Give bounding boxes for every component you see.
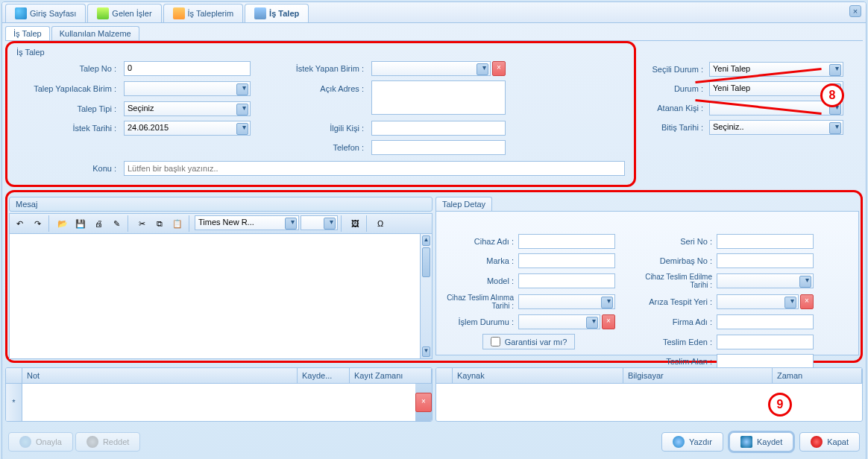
fieldset-title: İş Talep: [16, 48, 625, 57]
grid-row[interactable]: [436, 384, 862, 421]
label-marka: Marka :: [442, 256, 517, 265]
col-zaman[interactable]: Zaman: [773, 368, 862, 383]
talep-birim-select[interactable]: [124, 81, 251, 96]
scroll-down-icon[interactable]: ▼: [422, 346, 430, 357]
cihaz-adi-input[interactable]: [518, 234, 615, 249]
label-talep-birim: Talep Yapılacak Birim :: [16, 84, 121, 93]
reddet-button[interactable]: Reddet: [75, 432, 140, 452]
check-icon: [19, 436, 31, 448]
editor-area[interactable]: ▲ ▼: [9, 234, 433, 359]
job-icon: [254, 7, 266, 19]
garanti-checkbox[interactable]: Garantisi var mı?: [482, 334, 576, 349]
symbol-button[interactable]: Ω: [372, 215, 389, 232]
bitis-tarihi-select[interactable]: Seçiniz..: [709, 120, 843, 135]
redo-button[interactable]: ↷: [29, 215, 45, 232]
label-secili-durum: Seçili Durum :: [639, 65, 706, 74]
label-islem-durumu: İşlem Durumu :: [442, 317, 517, 326]
main-tabs: Giriş Sayfası Gelen İşler İş Taleplerim …: [2, 2, 866, 23]
sub-tabs: İş Talep Kullanılan Malzeme: [5, 26, 863, 41]
label-konu: Konu :: [16, 164, 121, 173]
teslim-eden-input[interactable]: [717, 335, 814, 349]
model-input[interactable]: [518, 273, 615, 288]
fieldset-is-talep: İş Talep Talep No : 0 İstek Yapan Birim …: [10, 46, 631, 182]
requests-icon: [173, 7, 185, 19]
minus-icon: [87, 436, 98, 448]
close-panel-button[interactable]: ×: [849, 5, 861, 17]
open-button[interactable]: 📂: [54, 215, 71, 232]
label-istek-tarihi: İstek Tarihi :: [16, 124, 121, 133]
ariza-yeri-select[interactable]: [717, 294, 799, 309]
telefon-input[interactable]: [371, 140, 506, 155]
panel-talep-detay-tab[interactable]: Talep Detay: [435, 197, 492, 211]
edit-button[interactable]: ✎: [108, 215, 125, 232]
label-teslim-edilme: Cihaz Teslim Edilme Tarihi :: [633, 273, 715, 289]
tab-is-taleplerim[interactable]: İş Taleplerim: [163, 4, 244, 22]
col-kaynak[interactable]: Kaynak: [453, 368, 623, 383]
panel-mesaj-header: Mesaj: [9, 197, 433, 212]
tab-home[interactable]: Giriş Sayfası: [5, 4, 86, 22]
kapat-button[interactable]: Kapat: [799, 432, 860, 452]
clear-islem-durumu-button[interactable]: ×: [602, 314, 615, 329]
home-icon: [15, 7, 27, 19]
subtab-kullanilan-malzeme[interactable]: Kullanılan Malzeme: [51, 26, 139, 40]
save-button[interactable]: 💾: [72, 215, 89, 232]
talep-tipi-select[interactable]: Seçiniz: [124, 101, 251, 116]
print-icon: [673, 436, 685, 448]
konu-input[interactable]: [124, 161, 625, 176]
teslim-edilme-date[interactable]: [717, 273, 814, 288]
scroll-thumb[interactable]: [422, 247, 430, 277]
firma-adi-input[interactable]: [717, 314, 814, 329]
label-demirbas-no: Demirbaş No :: [633, 256, 715, 265]
inbox-icon: [97, 7, 109, 19]
label-istek-birim: İstek Yapan Birim :: [279, 64, 368, 73]
editor-scrollbar[interactable]: ▲ ▼: [420, 234, 432, 358]
label-cihaz-adi: Cihaz Adı :: [442, 237, 517, 246]
teslim-alinma-date[interactable]: [518, 294, 615, 309]
callout-8: 8: [820, 83, 844, 107]
clear-ariza-yeri-button[interactable]: ×: [800, 294, 814, 309]
undo-button[interactable]: ↶: [11, 215, 28, 232]
tab-is-talep[interactable]: İş Talep: [245, 4, 309, 22]
font-size-select[interactable]: [301, 215, 338, 230]
label-ariza-yeri: Arıza Tespit Yeri :: [633, 297, 715, 306]
col-not[interactable]: Not: [22, 368, 298, 383]
label-talep-no: Talep No :: [16, 64, 121, 73]
teslim-alan-input[interactable]: [717, 354, 814, 369]
label-atanan-kisi: Atanan Kişi :: [639, 104, 706, 113]
scroll-up-icon[interactable]: ▲: [422, 235, 430, 246]
islem-durumu-select[interactable]: [518, 314, 600, 329]
cut-button[interactable]: ✂: [133, 215, 150, 232]
tab-gelen-isler[interactable]: Gelen İşler: [87, 4, 161, 22]
label-bitis-tarihi: Bitiş Tarihi :: [639, 123, 706, 132]
kaydet-button[interactable]: Kaydet: [728, 431, 795, 453]
col-kayit-zamani[interactable]: Kayıt Zamanı: [350, 368, 432, 383]
demirbas-no-input[interactable]: [717, 253, 814, 268]
istek-birim-select[interactable]: [371, 61, 491, 76]
col-bilgisayar[interactable]: Bilgisayar: [623, 368, 773, 383]
ilgili-kisi-input[interactable]: [371, 121, 506, 136]
clear-istek-birim-button[interactable]: ×: [492, 61, 506, 76]
label-teslim-alinma: Cihaz Teslim Alınma Tarihi :: [442, 294, 517, 310]
content: İş Talep Kullanılan Malzeme İş Talep Tal…: [2, 23, 866, 459]
talep-no-input[interactable]: 0: [124, 61, 251, 76]
label-telefon: Telefon :: [279, 143, 368, 152]
label-talep-tipi: Talep Tipi :: [16, 104, 121, 113]
close-grid-button[interactable]: ×: [415, 384, 432, 421]
subtab-is-talep[interactable]: İş Talep: [5, 26, 50, 40]
label-acik-adres: Açık Adres :: [279, 84, 368, 93]
istek-tarihi-date[interactable]: 24.06.2015: [124, 121, 251, 136]
print-button[interactable]: 🖨: [90, 215, 107, 232]
image-button[interactable]: 🖼: [347, 215, 363, 232]
label-teslim-alan: Teslim Alan :: [633, 357, 715, 366]
acik-adres-textarea[interactable]: [371, 80, 506, 115]
copy-button[interactable]: ⧉: [151, 215, 168, 232]
yazdir-button[interactable]: Yazdır: [661, 432, 723, 452]
marka-input[interactable]: [518, 253, 615, 268]
grid-row[interactable]: [22, 384, 415, 421]
label-ilgili-kisi: İlgili Kişi :: [279, 124, 368, 133]
col-kayde[interactable]: Kayde...: [298, 368, 350, 383]
onayla-button[interactable]: Onayla: [8, 432, 73, 452]
font-select[interactable]: Times New R...: [195, 215, 299, 230]
seri-no-input[interactable]: [717, 234, 814, 249]
paste-button[interactable]: 📋: [169, 215, 186, 232]
